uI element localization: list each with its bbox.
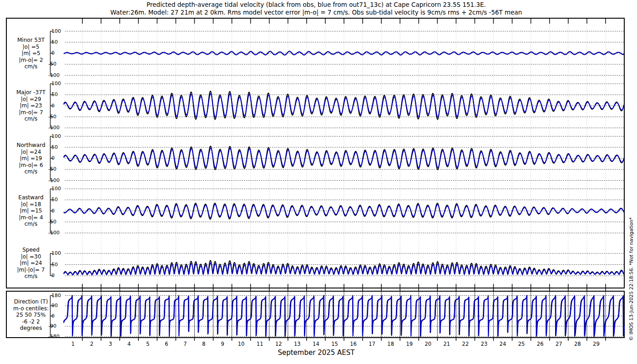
y-tick-label: 50 — [51, 144, 58, 150]
x-tick-label: 14 — [313, 341, 319, 347]
y-tick-label: -50 — [48, 114, 56, 120]
x-tick-label: 10 — [238, 341, 245, 347]
y-tick-label: 50 — [51, 39, 58, 45]
x-tick-label: 6 — [165, 341, 168, 347]
x-tick-label: 25 — [518, 341, 525, 347]
x-tick-label: 5 — [146, 341, 149, 347]
tidal-velocity-chart — [0, 0, 637, 364]
x-tick-label: 16 — [350, 341, 357, 347]
y-tick-label: -100 — [48, 230, 60, 236]
y-tick-label: 0 — [51, 155, 55, 161]
x-tick-label: 22 — [462, 341, 469, 347]
x-tick-label: 19 — [406, 341, 413, 347]
y-tick-label: 100 — [51, 186, 61, 192]
x-tick-label: 15 — [331, 341, 338, 347]
y-tick-label: 50 — [51, 197, 58, 202]
y-tick-label: 100 — [51, 133, 61, 139]
y-tick-label: 0 — [51, 313, 55, 319]
x-tick-label: 17 — [369, 341, 375, 347]
x-tick-label: 2 — [90, 341, 93, 347]
x-tick-label: 1 — [71, 341, 75, 347]
y-tick-label: 0 — [51, 273, 55, 278]
x-tick-label: 20 — [425, 341, 431, 347]
x-tick-label: 29 — [593, 341, 600, 347]
x-tick-label: 27 — [556, 341, 562, 347]
x-axis-label: September 2025 AEST — [0, 349, 632, 357]
x-tick-label: 24 — [500, 341, 506, 347]
y-tick-label: 50 — [51, 262, 58, 268]
x-tick-label: 21 — [444, 341, 450, 347]
panel-speed-error-stat: |m|-|o|= 7 — [1, 267, 61, 273]
y-tick-label: -90 — [48, 323, 56, 329]
tidal-velocity-report: { "title": { "line1": "Predicted depth-a… — [0, 0, 637, 364]
y-tick-label: 0 — [51, 103, 55, 109]
x-tick-label: 23 — [481, 341, 488, 347]
y-tick-label: 0 — [51, 208, 55, 214]
y-tick-label: 100 — [51, 250, 61, 256]
y-tick-label: 180 — [51, 293, 61, 298]
y-tick-label: -100 — [48, 125, 60, 131]
x-tick-label: 28 — [574, 341, 581, 347]
x-tick-label: 8 — [202, 341, 205, 347]
x-tick-label: 26 — [537, 341, 544, 347]
y-tick-label: -50 — [48, 219, 56, 225]
y-tick-label: 90 — [51, 303, 58, 308]
y-tick-label: -50 — [48, 166, 56, 172]
y-tick-label: -100 — [48, 177, 60, 183]
x-tick-label: 3 — [109, 341, 112, 347]
x-tick-label: 18 — [387, 341, 394, 347]
y-tick-label: 50 — [51, 91, 58, 97]
x-tick-label: 4 — [127, 341, 131, 347]
y-tick-label: 100 — [51, 81, 61, 86]
y-tick-label: -100 — [48, 72, 60, 78]
x-tick-label: 9 — [221, 341, 224, 347]
y-tick-label: -50 — [48, 61, 56, 67]
y-tick-label: 0 — [51, 50, 55, 56]
x-tick-label: 11 — [257, 341, 263, 347]
x-tick-label: 12 — [275, 341, 282, 347]
x-tick-label: 7 — [183, 341, 187, 347]
y-tick-label: 100 — [51, 28, 61, 34]
x-tick-label: 13 — [294, 341, 301, 347]
y-tick-label: -180 — [48, 334, 60, 339]
imos-watermark: © IMOS 13-Jun-2025 22:18:56. *Not for na… — [628, 217, 634, 341]
